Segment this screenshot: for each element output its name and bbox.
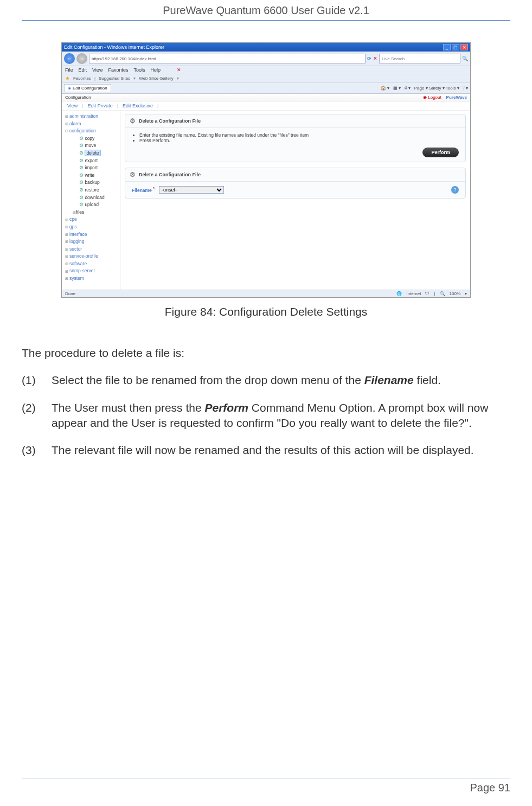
page-number: Page 91 <box>470 782 510 794</box>
zoom-icon[interactable]: 🔍 <box>440 291 445 296</box>
action-icon: ⚙ <box>79 195 84 200</box>
tree-item[interactable]: ⊞gps <box>63 223 119 231</box>
minimize-button[interactable]: _ <box>443 44 451 50</box>
tree-label: alarm <box>69 120 81 128</box>
instruction-card: ⚙ Delete a Configuration File Enter the … <box>125 114 466 162</box>
menu-help[interactable]: Help <box>150 67 161 73</box>
expand-icon[interactable]: ⊞ <box>65 246 68 252</box>
ie-window-title: Edit Configuration - Windows Internet Ex… <box>64 44 164 50</box>
protected-mode-icon: 🛡 <box>425 291 430 296</box>
zoom-dropdown-icon[interactable]: ▾ <box>465 291 467 296</box>
tree-item[interactable]: ⊞software <box>63 260 119 268</box>
embedded-screenshot: Edit Configuration - Windows Internet Ex… <box>61 42 471 298</box>
ie-page-tools[interactable]: 🏠 ▾ ▦ ▾ ⎙ ▾ Page ▾ Safety ▾ Tools ▾ ❔▾ <box>381 86 468 91</box>
tree-item[interactable]: ⊞logging <box>63 238 119 246</box>
tree-label: service-profile <box>69 253 98 260</box>
ie-menu-bar: File Edit View Favorites Tools Help ✕ <box>62 66 470 74</box>
tree-item-selected[interactable]: ⚙ delete <box>63 150 119 157</box>
tree-item[interactable]: ⊟configuration <box>63 127 119 135</box>
menu-view[interactable]: View <box>92 67 102 73</box>
step-text: The User must then press the Perform Com… <box>52 400 510 431</box>
menu-edit[interactable]: Edit <box>79 67 87 73</box>
tab-edit-private[interactable]: Edit Private <box>88 103 113 108</box>
tree-item[interactable]: ⊞interface <box>63 231 119 239</box>
instruction-bullet: Enter the existing file name. Existing f… <box>139 132 459 138</box>
favorites-label[interactable]: Favorites <box>73 76 91 81</box>
addon-disabled-icon[interactable]: ✕ <box>177 67 181 73</box>
ie-tab-bar: ◈ Edit Configuration 🏠 ▾ ▦ ▾ ⎙ ▾ Page ▾ … <box>62 83 470 94</box>
expand-icon[interactable]: ⊞ <box>65 276 68 282</box>
ie-tab[interactable]: ◈ Edit Configuration <box>64 84 111 92</box>
search-box[interactable]: Live Search <box>379 54 460 63</box>
figure-caption: Figure 84: Configuration Delete Settings <box>22 305 510 318</box>
feeds-icon[interactable]: ▦ <box>393 86 398 91</box>
tree-item[interactable]: ⚙ move <box>63 142 119 150</box>
stop-icon[interactable]: ✕ <box>373 56 377 61</box>
suggested-sites-link[interactable]: Suggested Sites <box>99 76 130 81</box>
refresh-icon[interactable]: ⟳ <box>367 56 371 61</box>
help-icon[interactable]: ❔ <box>460 86 466 91</box>
tree-item[interactable]: ⚙ restore <box>63 187 119 194</box>
filename-select[interactable]: -unset- <box>159 186 224 194</box>
step-text: Select the file to be renamed from the d… <box>52 373 510 388</box>
maximize-button[interactable]: ▢ <box>452 44 459 50</box>
tree-label: administration <box>69 113 98 120</box>
tree-label: delete <box>85 150 100 156</box>
tree-item[interactable]: ⚙ import <box>63 164 119 172</box>
expand-icon[interactable]: ⊞ <box>65 261 68 267</box>
tree-item[interactable]: ⚙ export <box>63 157 119 165</box>
tree-item[interactable]: ⊞alarm <box>63 120 119 128</box>
print-icon[interactable]: ⎙ <box>405 86 407 91</box>
expand-icon[interactable]: ⊞ <box>65 239 68 245</box>
zoom-level[interactable]: 100% <box>450 291 460 296</box>
tree-label: files <box>76 209 84 215</box>
tree-item[interactable]: ⊞system <box>63 275 119 283</box>
tree-item[interactable]: ⊞sector <box>63 246 119 253</box>
address-text: http://192.168.200.104/index.html <box>92 56 156 61</box>
expand-icon[interactable]: ⊞ <box>65 268 68 274</box>
forward-button[interactable]: → <box>76 53 87 64</box>
header-title: PureWave Quantum 6600 User Guide v2.1 <box>163 4 369 16</box>
logout-link[interactable]: ◉ Logout <box>423 95 443 100</box>
tree-item[interactable]: ⚙ write <box>63 172 119 180</box>
expand-icon[interactable]: ⊞ <box>65 121 68 127</box>
tree-item[interactable]: ⊞snmp-server <box>63 267 119 275</box>
tree-item[interactable]: ⊞files <box>63 209 119 216</box>
tab-edit-exclusive[interactable]: Edit Exclusive <box>123 103 153 108</box>
tree-label: cpe <box>69 216 77 223</box>
expand-icon[interactable]: ⊞ <box>65 217 68 223</box>
tree-item[interactable]: ⊞administration <box>63 113 119 120</box>
filename-label-text: Filename <box>132 188 152 193</box>
help-icon[interactable]: ? <box>451 186 459 194</box>
close-button[interactable]: ✕ <box>460 44 468 50</box>
expand-icon[interactable]: ⊞ <box>65 224 68 230</box>
search-icon[interactable]: 🔍 <box>462 56 468 61</box>
filename-row: Filename * -unset- ? <box>132 186 459 194</box>
address-bar[interactable]: http://192.168.200.104/index.html <box>89 54 366 63</box>
menu-favorites[interactable]: Favorites <box>108 67 128 73</box>
brand-label: PureWave <box>446 95 467 100</box>
globe-icon: 🌐 <box>396 291 402 296</box>
tree-item[interactable]: ⊞service-profile <box>63 253 119 260</box>
step-bold: Perform <box>204 401 248 414</box>
web-slice-link[interactable]: Web Slice Gallery <box>139 76 173 81</box>
tree-item[interactable]: ⚙ upload <box>63 201 119 209</box>
step-fragment: field. <box>414 374 441 386</box>
perform-button[interactable]: Perform <box>422 148 459 157</box>
expand-icon[interactable]: ⊞ <box>65 253 68 259</box>
back-button[interactable]: ← <box>64 53 75 64</box>
tree-item[interactable]: ⚙ backup <box>63 179 119 187</box>
menu-tools[interactable]: Tools <box>133 67 145 73</box>
tree-label: export <box>85 158 98 163</box>
home-icon[interactable]: 🏠 <box>381 86 386 91</box>
tab-view[interactable]: View <box>67 103 78 108</box>
tree-label: write <box>85 172 94 178</box>
expand-icon[interactable]: ⊞ <box>65 113 68 119</box>
tree-item[interactable]: ⚙ download <box>63 194 119 202</box>
tree-item[interactable]: ⊞cpe <box>63 216 119 223</box>
favorites-star-icon[interactable]: ★ <box>65 75 70 81</box>
menu-file[interactable]: File <box>65 67 73 73</box>
tree-item[interactable]: ⚙ copy <box>63 135 119 143</box>
collapse-icon[interactable]: ⊟ <box>65 128 68 134</box>
expand-icon[interactable]: ⊞ <box>65 232 68 238</box>
